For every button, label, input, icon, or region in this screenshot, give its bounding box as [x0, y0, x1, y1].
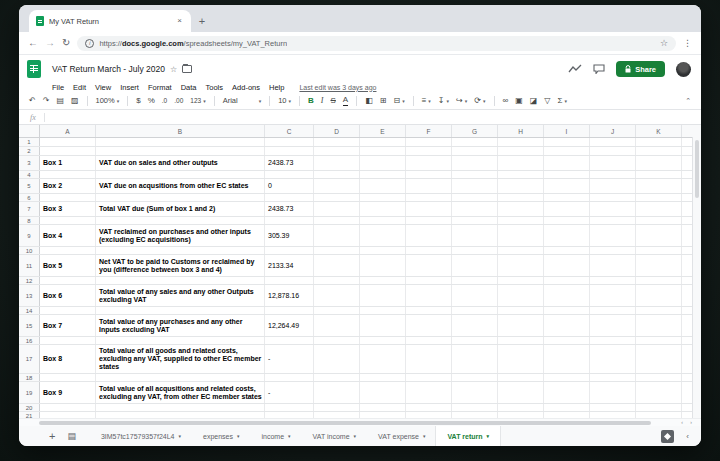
- cell-A15[interactable]: Box 7: [40, 315, 96, 336]
- column-header-B[interactable]: B: [96, 125, 265, 137]
- cell-D12[interactable]: [314, 277, 360, 284]
- cell-E3[interactable]: [360, 156, 406, 170]
- cell-G9[interactable]: [452, 225, 498, 246]
- cell-G14[interactable]: [452, 307, 498, 314]
- row-header-15[interactable]: 15: [19, 315, 40, 336]
- cell-C19[interactable]: -: [265, 382, 314, 403]
- cell-H16[interactable]: [498, 337, 544, 344]
- menu-view[interactable]: View: [95, 83, 111, 92]
- row-header-8[interactable]: 8: [19, 217, 40, 224]
- cell-C15[interactable]: 12,264.49: [265, 315, 314, 336]
- cell-H19[interactable]: [498, 382, 544, 403]
- explore-icon[interactable]: [661, 430, 674, 443]
- cell-B1[interactable]: [96, 138, 265, 146]
- cell-D18[interactable]: [314, 374, 360, 381]
- cell-K13[interactable]: [636, 285, 682, 306]
- cell-K12[interactable]: [636, 277, 682, 284]
- cell-H12[interactable]: [498, 277, 544, 284]
- row-header-20[interactable]: 20: [19, 404, 40, 411]
- cell-K5[interactable]: [636, 179, 682, 193]
- cell-E2[interactable]: [360, 147, 406, 155]
- cell-A13[interactable]: Box 6: [40, 285, 96, 306]
- cell-B18[interactable]: [96, 374, 265, 381]
- sheet-tab-vat-return[interactable]: VAT return▾: [436, 426, 500, 446]
- print-button[interactable]: ▤: [56, 97, 64, 105]
- font-size-select[interactable]: 10▾: [278, 97, 291, 105]
- cell-A18[interactable]: [40, 374, 96, 381]
- menu-help[interactable]: Help: [269, 83, 284, 92]
- cell-F6[interactable]: [406, 194, 452, 201]
- cell-E11[interactable]: [360, 255, 406, 276]
- cell-J11[interactable]: [590, 255, 636, 276]
- cell-I8[interactable]: [544, 217, 590, 224]
- cell-E5[interactable]: [360, 179, 406, 193]
- cell-J20[interactable]: [590, 404, 636, 411]
- cell-J18[interactable]: [590, 374, 636, 381]
- cell-H17[interactable]: [498, 345, 544, 373]
- cell-J9[interactable]: [590, 225, 636, 246]
- browser-tab[interactable]: My VAT Return ×: [29, 10, 191, 32]
- cell-F11[interactable]: [406, 255, 452, 276]
- cell-G18[interactable]: [452, 374, 498, 381]
- share-button[interactable]: Share: [616, 61, 665, 77]
- cell-I11[interactable]: [544, 255, 590, 276]
- cell-F1[interactable]: [406, 138, 452, 146]
- cell-F12[interactable]: [406, 277, 452, 284]
- sheetbar-collapse-icon[interactable]: ‹: [686, 432, 689, 441]
- cell-B15[interactable]: Total value of any purchases and any oth…: [96, 315, 265, 336]
- cell-G7[interactable]: [452, 202, 498, 216]
- forward-button[interactable]: →: [45, 38, 55, 48]
- chart-button[interactable]: ◪: [530, 97, 538, 105]
- cell-B3[interactable]: VAT due on sales and other outputs: [96, 156, 265, 170]
- cell-F5[interactable]: [406, 179, 452, 193]
- cell-K14[interactable]: [636, 307, 682, 314]
- cell-G4[interactable]: [452, 171, 498, 178]
- comment-history-icon[interactable]: [593, 64, 605, 74]
- site-info-icon[interactable]: i: [85, 39, 94, 48]
- cell-F17[interactable]: [406, 345, 452, 373]
- cell-C2[interactable]: [265, 147, 314, 155]
- row-header-9[interactable]: 9: [19, 225, 40, 246]
- last-edit-status[interactable]: Last edit was 3 days ago: [299, 84, 376, 91]
- row-header-16[interactable]: 16: [19, 337, 40, 344]
- cell-A16[interactable]: [40, 337, 96, 344]
- cell-B7[interactable]: Total VAT due (Sum of box 1 and 2): [96, 202, 265, 216]
- cell-E7[interactable]: [360, 202, 406, 216]
- link-button[interactable]: ∞: [503, 97, 509, 105]
- cell-D9[interactable]: [314, 225, 360, 246]
- column-header-D[interactable]: D: [314, 125, 360, 137]
- cell-I2[interactable]: [544, 147, 590, 155]
- new-tab-button[interactable]: +: [191, 11, 213, 31]
- cell-J16[interactable]: [590, 337, 636, 344]
- cell-F4[interactable]: [406, 171, 452, 178]
- column-header-A[interactable]: A: [40, 125, 96, 137]
- paint-format-button[interactable]: ▨: [71, 97, 79, 105]
- cell-F14[interactable]: [406, 307, 452, 314]
- italic-button[interactable]: I: [321, 97, 324, 105]
- cell-B6[interactable]: [96, 194, 265, 201]
- cell-I17[interactable]: [544, 345, 590, 373]
- cell-A1[interactable]: [40, 138, 96, 146]
- cell-K9[interactable]: [636, 225, 682, 246]
- cell-F15[interactable]: [406, 315, 452, 336]
- cell-B16[interactable]: [96, 337, 265, 344]
- undo-button[interactable]: ↶: [29, 97, 36, 105]
- menu-tools[interactable]: Tools: [206, 83, 224, 92]
- cell-C5[interactable]: 0: [265, 179, 314, 193]
- cell-K15[interactable]: [636, 315, 682, 336]
- cell-D13[interactable]: [314, 285, 360, 306]
- cell-J14[interactable]: [590, 307, 636, 314]
- sheet-tab-3im57tc17579357f24l4[interactable]: 3IM57tc17579357f24L4▾: [90, 426, 192, 446]
- cell-C12[interactable]: [265, 277, 314, 284]
- cell-H5[interactable]: [498, 179, 544, 193]
- cell-H18[interactable]: [498, 374, 544, 381]
- cell-K1[interactable]: [636, 138, 682, 146]
- cell-D3[interactable]: [314, 156, 360, 170]
- cell-F9[interactable]: [406, 225, 452, 246]
- menu-file[interactable]: File: [52, 83, 64, 92]
- cell-I6[interactable]: [544, 194, 590, 201]
- cell-C13[interactable]: 12,878.16: [265, 285, 314, 306]
- column-header-G[interactable]: G: [452, 125, 498, 137]
- vertical-scroll-thumb[interactable]: [695, 140, 699, 198]
- cell-G8[interactable]: [452, 217, 498, 224]
